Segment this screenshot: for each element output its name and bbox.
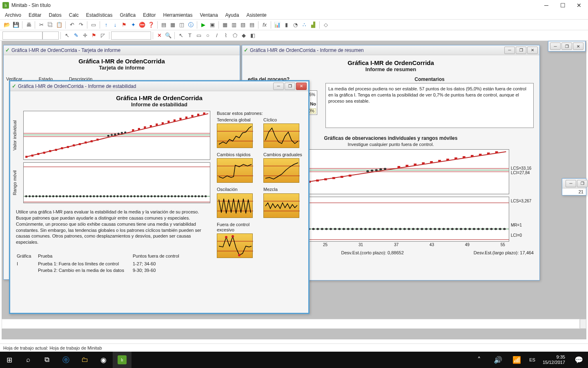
region-icon[interactable]: ◧ bbox=[248, 31, 257, 40]
worksheet-icon[interactable]: ▦ bbox=[168, 20, 177, 29]
menu-herramientas[interactable]: Herramientas bbox=[160, 11, 196, 19]
pie-chart-icon[interactable]: ◔ bbox=[291, 20, 300, 29]
table-icon[interactable]: ▦ bbox=[220, 20, 229, 29]
dropdown-3[interactable] bbox=[111, 31, 151, 40]
polyline-icon[interactable]: ⌇ bbox=[221, 31, 230, 40]
redo-icon[interactable]: ↷ bbox=[76, 20, 85, 29]
start-button[interactable]: ⊞ bbox=[0, 352, 19, 368]
stability-maximize-button[interactable]: ❐ bbox=[285, 83, 295, 90]
flag-icon[interactable]: ⚑ bbox=[120, 20, 129, 29]
explorer-icon[interactable]: 🗀 bbox=[75, 352, 94, 368]
menu-ayuda[interactable]: Ayuda bbox=[222, 11, 243, 19]
tray-clock[interactable]: 9:35 15/12/2017 bbox=[539, 355, 569, 365]
svg-rect-27 bbox=[487, 153, 490, 155]
delete-icon[interactable]: ✕ bbox=[155, 31, 164, 40]
help-icon[interactable]: ❓ bbox=[147, 20, 156, 29]
svg-rect-118 bbox=[167, 121, 169, 123]
xtick: 49 bbox=[465, 242, 470, 247]
window-minimize-button[interactable]: ─ bbox=[538, 0, 555, 11]
menu-calc[interactable]: Calc bbox=[66, 11, 82, 19]
pen-icon[interactable]: ✎ bbox=[71, 31, 80, 40]
cascade-icon[interactable]: ▧ bbox=[238, 20, 247, 29]
polygon-icon[interactable]: ⬠ bbox=[230, 31, 239, 40]
chart-icon[interactable]: 📊 bbox=[273, 20, 282, 29]
stability-close-button[interactable]: ✕ bbox=[296, 83, 307, 90]
svg-rect-102 bbox=[43, 152, 45, 154]
summary-maximize-button[interactable]: ❐ bbox=[516, 47, 526, 54]
pointer-icon[interactable]: ↖ bbox=[62, 31, 71, 40]
eraser-icon[interactable]: ◇ bbox=[321, 20, 330, 29]
fx-icon[interactable]: fx bbox=[260, 20, 269, 29]
menu-datos[interactable]: Datos bbox=[45, 11, 65, 19]
copy-icon[interactable]: ⿻ bbox=[46, 20, 55, 29]
summary-minimize-button[interactable]: ─ bbox=[504, 47, 515, 54]
stop-icon[interactable]: ⛔ bbox=[138, 20, 147, 29]
dropdown-1[interactable] bbox=[2, 31, 42, 40]
record-icon[interactable]: ▣ bbox=[208, 20, 217, 29]
zoom-icon[interactable]: 🔍 bbox=[164, 31, 173, 40]
tray-language[interactable]: ES bbox=[526, 357, 539, 362]
info-icon[interactable]: ⓘ bbox=[186, 20, 195, 29]
menu-asistente[interactable]: Asistente bbox=[243, 11, 270, 19]
minitab-taskbar-icon[interactable]: lı bbox=[113, 352, 131, 368]
menu-estadisticas[interactable]: Estadísticas bbox=[83, 11, 116, 19]
tray-network-icon[interactable]: 📶 bbox=[507, 352, 526, 368]
scrollbar-vertical[interactable] bbox=[580, 319, 586, 329]
menu-archivo[interactable]: Archivo bbox=[2, 11, 24, 19]
undo-icon[interactable]: ↶ bbox=[67, 20, 76, 29]
save-icon[interactable]: 💾 bbox=[11, 20, 20, 29]
menu-grafica[interactable]: Gráfica bbox=[116, 11, 139, 19]
tray-up-icon[interactable]: ˄ bbox=[470, 352, 488, 368]
svg-rect-24 bbox=[463, 156, 466, 158]
select-icon[interactable]: ↖ bbox=[176, 31, 185, 40]
edge-icon[interactable]: ⓔ bbox=[56, 352, 75, 368]
text-icon[interactable]: T bbox=[185, 31, 194, 40]
extra-minimize-button[interactable]: ─ bbox=[566, 180, 576, 187]
flag2-icon[interactable]: ⚑ bbox=[89, 31, 98, 40]
marker-icon[interactable]: ◆ bbox=[239, 31, 248, 40]
action-center-icon[interactable]: 💬 bbox=[569, 352, 588, 368]
check-icon: ✓ bbox=[12, 83, 16, 89]
bar-chart-icon[interactable]: ▮ bbox=[282, 20, 291, 29]
list-icon[interactable]: ▤ bbox=[247, 20, 256, 29]
histogram-icon[interactable]: ▟ bbox=[309, 20, 318, 29]
crosshair-icon[interactable]: ✛ bbox=[80, 31, 89, 40]
tray-volume-icon[interactable]: 🔊 bbox=[488, 352, 507, 368]
extra-maximize-button[interactable]: ❐ bbox=[577, 180, 588, 187]
mdi-minimize-button[interactable]: ─ bbox=[550, 43, 561, 50]
project-manager-icon[interactable]: ◫ bbox=[177, 20, 186, 29]
scatter-icon[interactable]: ∴ bbox=[300, 20, 309, 29]
line-icon[interactable]: / bbox=[212, 31, 221, 40]
svg-point-126 bbox=[111, 134, 113, 136]
menu-editar[interactable]: Editar bbox=[25, 11, 45, 19]
play-icon[interactable]: ▶ bbox=[199, 20, 208, 29]
paste-icon[interactable]: 📋 bbox=[55, 20, 64, 29]
window-close-button[interactable]: ✕ bbox=[571, 0, 587, 11]
arrow-up-icon[interactable]: ↑ bbox=[102, 20, 111, 29]
star-icon[interactable]: ✦ bbox=[129, 20, 138, 29]
arrow-down-icon[interactable]: ↓ bbox=[111, 20, 120, 29]
dropdown-2[interactable] bbox=[42, 31, 59, 40]
chrome-icon[interactable]: ◉ bbox=[94, 352, 113, 368]
svg-rect-23 bbox=[454, 157, 457, 159]
task-view-icon[interactable]: ⧉ bbox=[38, 352, 56, 368]
open-icon[interactable]: 📂 bbox=[2, 20, 11, 29]
window-maximize-button[interactable]: ☐ bbox=[555, 0, 571, 11]
stability-minimize-button[interactable]: ─ bbox=[273, 83, 284, 90]
summary-close-button[interactable]: ✕ bbox=[527, 47, 538, 54]
mdi-close-button[interactable]: ✕ bbox=[573, 43, 584, 50]
print-icon[interactable]: 🖶 bbox=[24, 20, 33, 29]
tile-icon[interactable]: ▥ bbox=[229, 20, 238, 29]
menu-ventana[interactable]: Ventana bbox=[197, 11, 221, 19]
circle-icon[interactable]: ○ bbox=[203, 31, 212, 40]
menu-editor[interactable]: Editor bbox=[140, 11, 159, 19]
svg-point-65 bbox=[373, 228, 376, 230]
window-stability-report[interactable]: ✓ Gráfica I-MR de OrdenCorrida - Informe… bbox=[9, 80, 310, 314]
new-window-icon[interactable]: ▭ bbox=[89, 20, 98, 29]
cut-icon[interactable]: ✂ bbox=[37, 20, 46, 29]
corner-icon[interactable]: ◸ bbox=[98, 31, 107, 40]
search-icon[interactable]: ⌕ bbox=[19, 352, 38, 368]
mdi-restore-button[interactable]: ❐ bbox=[561, 43, 572, 50]
session-window-icon[interactable]: ▤ bbox=[159, 20, 168, 29]
rect-icon[interactable]: ▭ bbox=[194, 31, 203, 40]
